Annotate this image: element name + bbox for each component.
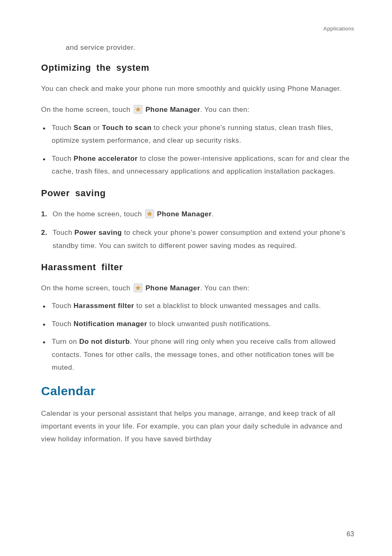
- harassment-filter-label: Harassment filter: [74, 302, 134, 310]
- text-fragment: . You can then:: [200, 284, 249, 292]
- phone-accelerator-label: Phone accelerator: [74, 155, 138, 162]
- heading-power-saving: Power saving: [41, 188, 355, 199]
- do-not-disturb-label: Do not disturb: [79, 338, 130, 345]
- continuation-text: and service provider.: [66, 44, 355, 52]
- text-fragment: On the home screen, touch: [53, 210, 144, 218]
- text-fragment: .: [212, 210, 214, 218]
- phone-manager-label: Phone Manager: [145, 284, 200, 292]
- text-fragment: Touch: [53, 229, 74, 236]
- list-item: Touch Notification manager to block unwa…: [41, 317, 355, 330]
- power-steps: On the home screen, touch Phone Manager.…: [41, 208, 355, 252]
- calendar-intro: Calendar is your personal assistant that…: [41, 407, 355, 446]
- phone-manager-label: Phone Manager: [157, 210, 212, 218]
- phone-manager-icon: [134, 283, 143, 292]
- text-fragment: Touch: [52, 124, 74, 132]
- list-item: On the home screen, touch Phone Manager.: [41, 208, 355, 220]
- text-fragment: to block unwanted push notifications.: [147, 320, 271, 328]
- text-fragment: Touch: [52, 155, 74, 162]
- list-item: Touch Power saving to check your phone's…: [41, 226, 355, 252]
- scan-label: Scan: [74, 124, 91, 132]
- harassment-bullets: Touch Harassment filter to set a blackli…: [41, 299, 355, 374]
- phone-manager-icon: [145, 209, 154, 218]
- text-fragment: On the home screen, touch: [41, 284, 133, 292]
- list-item: Turn on Do not disturb. Your phone will …: [41, 335, 355, 374]
- text-fragment: to set a blacklist to block unwanted mes…: [134, 302, 321, 310]
- list-item: Touch Scan or Touch to scan to check you…: [41, 121, 355, 147]
- list-item: Touch Phone accelerator to close the pow…: [41, 152, 355, 178]
- text-fragment: Touch: [52, 320, 74, 328]
- optimizing-intro: You can check and make your phone run mo…: [41, 82, 355, 95]
- text-fragment: Touch: [52, 302, 74, 310]
- heading-calendar: Calendar: [41, 384, 355, 398]
- heading-optimizing: Optimizing the system: [41, 63, 355, 73]
- touch-to-scan-label: Touch to scan: [102, 124, 151, 132]
- power-saving-label: Power saving: [74, 229, 122, 236]
- text-fragment: On the home screen, touch: [41, 106, 133, 114]
- harassment-launch-line: On the home screen, touch Phone Manager.…: [41, 282, 355, 294]
- notification-manager-label: Notification manager: [74, 320, 147, 328]
- text-fragment: . You can then:: [200, 106, 249, 114]
- text-fragment: Turn on: [52, 338, 79, 345]
- optimizing-bullets: Touch Scan or Touch to scan to check you…: [41, 121, 355, 178]
- page-number: 63: [347, 531, 354, 538]
- phone-manager-label: Phone Manager: [145, 106, 200, 114]
- heading-harassment-filter: Harassment filter: [41, 262, 355, 273]
- header-breadcrumb: Applications: [323, 25, 354, 32]
- text-fragment: or: [91, 124, 102, 132]
- phone-manager-icon: [134, 105, 143, 114]
- optimizing-launch-line: On the home screen, touch Phone Manager.…: [41, 103, 355, 116]
- list-item: Touch Harassment filter to set a blackli…: [41, 299, 355, 312]
